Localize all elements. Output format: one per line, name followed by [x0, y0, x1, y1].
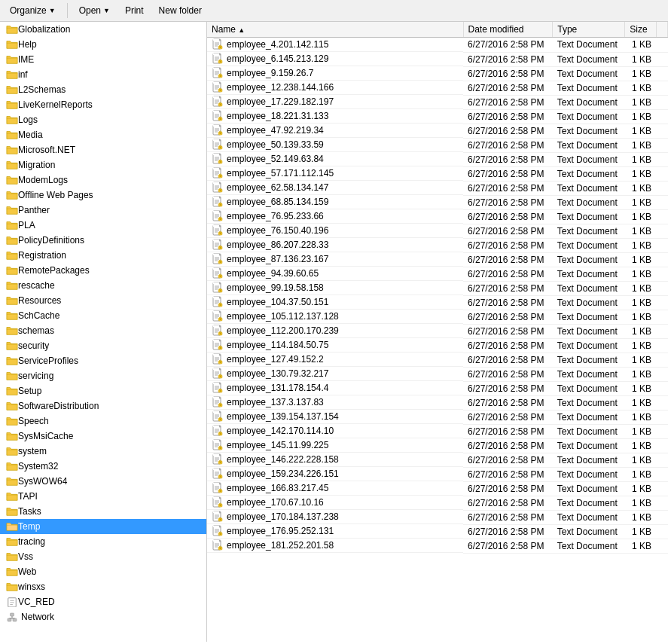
sidebar-item-livekernelreports[interactable]: LiveKernelReports — [0, 97, 206, 112]
sidebar-item-vc_red[interactable]: VC_RED — [0, 594, 206, 609]
sidebar-item-policydefinitions[interactable]: PolicyDefinitions — [0, 233, 206, 248]
table-row[interactable]: employee_131.178.154.4 6/27/2016 2:58 PM… — [207, 381, 668, 395]
sidebar-item-inf[interactable]: inf — [0, 67, 206, 82]
sidebar-item-panther[interactable]: Panther — [0, 203, 206, 218]
table-row[interactable]: employee_99.19.58.158 6/27/2016 2:58 PM … — [207, 281, 668, 295]
sidebar-item-help[interactable]: Help — [0, 37, 206, 52]
table-row[interactable]: employee_139.154.137.154 6/27/2016 2:58 … — [207, 410, 668, 424]
sidebar-item-microsoft.net[interactable]: Microsoft.NET — [0, 142, 206, 157]
table-row[interactable]: employee_104.37.50.151 6/27/2016 2:58 PM… — [207, 295, 668, 310]
file-type: Text Document — [553, 310, 625, 324]
sidebar-item-vss[interactable]: Vss — [0, 549, 206, 564]
table-row[interactable]: employee_76.95.233.66 6/27/2016 2:58 PM … — [207, 209, 668, 224]
table-row[interactable]: employee_68.85.134.159 6/27/2016 2:58 PM… — [207, 195, 668, 209]
sidebar-item-media[interactable]: Media — [0, 127, 206, 142]
col-header-name[interactable]: Name ▲ — [207, 22, 463, 38]
sidebar-item-label: Registration — [18, 250, 66, 261]
file-size: 1 KB — [625, 38, 656, 53]
table-row[interactable]: employee_17.229.182.197 6/27/2016 2:58 P… — [207, 95, 668, 109]
svg-rect-270 — [220, 447, 221, 449]
sidebar-item-security[interactable]: security — [0, 338, 206, 353]
sidebar-item-system32[interactable]: System32 — [0, 459, 206, 474]
sidebar-item-migration[interactable]: Migration — [0, 157, 206, 172]
table-row[interactable]: employee_112.200.170.239 6/27/2016 2:58 … — [207, 324, 668, 338]
organize-button[interactable]: Organize ▼ — [5, 3, 61, 18]
sidebar-item-l2schemas[interactable]: L2Schemas — [0, 82, 206, 97]
sidebar-item-serviceprofiles[interactable]: ServiceProfiles — [0, 353, 206, 368]
table-row[interactable]: employee_4.201.142.115 6/27/2016 2:58 PM… — [207, 38, 668, 53]
sidebar-item-tasks[interactable]: Tasks — [0, 504, 206, 519]
svg-rect-144 — [220, 247, 221, 249]
sidebar-item-winsxs[interactable]: winsxs — [0, 579, 206, 594]
table-row[interactable]: employee_62.58.134.147 6/27/2016 2:58 PM… — [207, 181, 668, 195]
sidebar-item-servicing[interactable]: servicing — [0, 368, 206, 383]
sidebar: Globalization Help IME inf — [0, 22, 207, 642]
open-button[interactable]: Open ▼ — [74, 3, 115, 18]
table-row[interactable]: employee_166.83.217.45 6/27/2016 2:58 PM… — [207, 481, 668, 496]
table-row[interactable]: employee_170.67.10.16 6/27/2016 2:58 PM … — [207, 496, 668, 510]
sidebar-item-softwaredistribution[interactable]: SoftwareDistribution — [0, 398, 206, 414]
table-row[interactable]: employee_114.184.50.75 6/27/2016 2:58 PM… — [207, 338, 668, 353]
sidebar-item-logs[interactable]: Logs — [0, 112, 206, 127]
sidebar-item-ime[interactable]: IME — [0, 52, 206, 67]
sidebar-item-schemas[interactable]: schemas — [0, 323, 206, 338]
table-row[interactable]: employee_76.150.40.196 6/27/2016 2:58 PM… — [207, 224, 668, 238]
table-row[interactable]: employee_127.49.152.2 6/27/2016 2:58 PM … — [207, 353, 668, 367]
table-row[interactable]: employee_146.222.228.158 6/27/2016 2:58 … — [207, 453, 668, 467]
sidebar-item-schcache[interactable]: SchCache — [0, 308, 206, 323]
file-date: 6/27/2016 2:58 PM — [463, 353, 553, 367]
sidebar-item-tapi[interactable]: TAPI — [0, 489, 206, 504]
sidebar-item-network[interactable]: Network — [0, 609, 206, 624]
folder-icon — [6, 551, 18, 562]
col-header-date[interactable]: Date modified — [463, 22, 553, 38]
table-row[interactable]: employee_12.238.144.166 6/27/2016 2:58 P… — [207, 81, 668, 95]
file-name: employee_9.159.26.7 — [227, 68, 313, 78]
table-row[interactable]: employee_176.95.252.131 6/27/2016 2:58 P… — [207, 524, 668, 539]
file-name: employee_17.229.182.197 — [227, 96, 334, 107]
table-row[interactable]: employee_145.11.99.225 6/27/2016 2:58 PM… — [207, 438, 668, 453]
table-row[interactable]: employee_137.3.137.83 6/27/2016 2:58 PM … — [207, 395, 668, 410]
sidebar-item-label: System32 — [18, 461, 58, 472]
sidebar-item-setup[interactable]: Setup — [0, 383, 206, 398]
table-row[interactable]: employee_181.252.201.58 6/27/2016 2:58 P… — [207, 539, 668, 553]
sidebar-item-system[interactable]: system — [0, 444, 206, 459]
sidebar-item-modemlogs[interactable]: ModemLogs — [0, 172, 206, 188]
sidebar-item-web[interactable]: Web — [0, 564, 206, 579]
table-row[interactable]: employee_47.92.219.34 6/27/2016 2:58 PM … — [207, 124, 668, 138]
new-folder-button[interactable]: New folder — [154, 3, 207, 18]
sidebar-item-resources[interactable]: Resources — [0, 293, 206, 308]
table-row[interactable]: employee_6.145.213.129 6/27/2016 2:58 PM… — [207, 52, 668, 66]
table-row[interactable]: employee_87.136.23.167 6/27/2016 2:58 PM… — [207, 252, 668, 267]
table-row[interactable]: employee_57.171.112.145 6/27/2016 2:58 P… — [207, 166, 668, 181]
sidebar-item-registration[interactable]: Registration — [0, 248, 206, 263]
table-row[interactable]: employee_159.234.226.151 6/27/2016 2:58 … — [207, 467, 668, 481]
col-header-size[interactable]: Size — [625, 22, 656, 38]
col-header-more — [656, 22, 667, 38]
print-button[interactable]: Print — [120, 3, 149, 18]
table-row[interactable]: employee_9.159.26.7 6/27/2016 2:58 PM Te… — [207, 66, 668, 81]
sidebar-item-tracing[interactable]: tracing — [0, 534, 206, 549]
sidebar-item-temp[interactable]: Temp — [0, 519, 206, 534]
col-header-type[interactable]: Type — [553, 22, 625, 38]
table-row[interactable]: employee_52.149.63.84 6/27/2016 2:58 PM … — [207, 152, 668, 166]
sidebar-item-sysmsicache[interactable]: SysMsiCache — [0, 429, 206, 444]
file-type: Text Document — [553, 367, 625, 381]
table-row[interactable]: employee_50.139.33.59 6/27/2016 2:58 PM … — [207, 138, 668, 152]
table-row[interactable]: employee_130.79.32.217 6/27/2016 2:58 PM… — [207, 367, 668, 381]
table-row[interactable]: employee_142.170.114.10 6/27/2016 2:58 P… — [207, 424, 668, 438]
sidebar-item-speech[interactable]: Speech — [0, 414, 206, 429]
sidebar-item-syswow64[interactable]: SysWOW64 — [0, 474, 206, 489]
svg-rect-255 — [213, 426, 219, 427]
sidebar-item-rescache[interactable]: rescache — [0, 278, 206, 293]
table-row[interactable]: employee_18.221.31.133 6/27/2016 2:58 PM… — [207, 109, 668, 124]
table-row[interactable]: employee_170.184.137.238 6/27/2016 2:58 … — [207, 510, 668, 524]
sidebar-item-remotepackages[interactable]: RemotePackages — [0, 263, 206, 278]
sidebar-item-label: Resources — [18, 295, 61, 306]
table-row[interactable]: employee_105.112.137.128 6/27/2016 2:58 … — [207, 310, 668, 324]
table-row[interactable]: employee_86.207.228.33 6/27/2016 2:58 PM… — [207, 238, 668, 252]
sidebar-item-globalization[interactable]: Globalization — [0, 22, 206, 37]
sidebar-item-offline-web-pages[interactable]: Offline Web Pages — [0, 188, 206, 203]
sidebar-item-pla[interactable]: PLA — [0, 218, 206, 233]
svg-rect-36 — [220, 75, 221, 77]
table-row[interactable]: employee_94.39.60.65 6/27/2016 2:58 PM T… — [207, 267, 668, 281]
